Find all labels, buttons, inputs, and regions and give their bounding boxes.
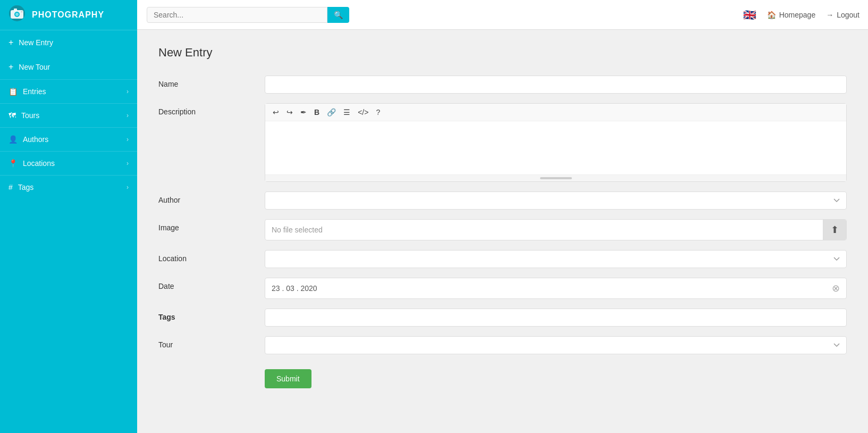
name-field-wrap bbox=[265, 76, 847, 94]
name-label: Name bbox=[158, 76, 265, 88]
code-button[interactable]: </> bbox=[356, 107, 370, 118]
editor-wrapper: ↩ ↪ ✒ B 🔗 ☰ </> ? bbox=[265, 103, 847, 182]
sidebar-item-label-tags: Tags bbox=[18, 183, 34, 191]
author-row: Author bbox=[158, 191, 847, 210]
tags-row: Tags bbox=[158, 309, 847, 327]
undo-button[interactable]: ↩ bbox=[271, 107, 281, 118]
author-label: Author bbox=[158, 191, 265, 204]
sidebar-item-label-authors: Authors bbox=[23, 135, 48, 144]
chevron-right-icon-entries: › bbox=[127, 88, 129, 95]
image-upload-button[interactable]: ⬆ bbox=[823, 220, 846, 240]
sidebar-item-tags[interactable]: # Tags › bbox=[0, 175, 137, 199]
name-input[interactable] bbox=[265, 76, 847, 94]
search-area: 🔍 bbox=[147, 7, 743, 23]
editor-resize-handle bbox=[265, 174, 846, 181]
date-input-wrap: ⊗ bbox=[265, 278, 847, 299]
chevron-right-icon-authors: › bbox=[127, 136, 129, 143]
new-entry-link[interactable]: + New Entry bbox=[0, 30, 137, 55]
new-entry-label: New Entry bbox=[19, 38, 53, 47]
author-select[interactable] bbox=[265, 191, 847, 210]
tags-icon: # bbox=[9, 183, 13, 191]
main-content: New Entry Name Description ↩ ↪ ✒ B 🔗 ☰ <… bbox=[137, 30, 868, 433]
description-row: Description ↩ ↪ ✒ B 🔗 ☰ </> ? bbox=[158, 103, 847, 182]
bold-button[interactable]: B bbox=[312, 107, 322, 118]
location-field-wrap bbox=[265, 250, 847, 268]
chevron-right-icon-tours: › bbox=[127, 112, 129, 119]
sidebar-brand: PHOTOGRAPHY bbox=[0, 0, 137, 30]
date-row: Date ⊗ bbox=[158, 278, 847, 299]
tour-select[interactable] bbox=[265, 336, 847, 354]
location-select[interactable] bbox=[265, 250, 847, 268]
sidebar-item-label-entries: Entries bbox=[23, 87, 46, 96]
sidebar-item-label-locations: Locations bbox=[23, 159, 55, 168]
date-field-wrap: ⊗ bbox=[265, 278, 847, 299]
flag-icon: 🇬🇧 bbox=[743, 9, 756, 21]
plus-icon-tour: + bbox=[9, 62, 13, 72]
sidebar-item-tours[interactable]: 🗺 Tours › bbox=[0, 103, 137, 127]
sidebar-item-locations[interactable]: 📍 Locations › bbox=[0, 151, 137, 175]
list-button[interactable]: ☰ bbox=[341, 107, 352, 118]
tags-label: Tags bbox=[158, 309, 265, 321]
svg-point-5 bbox=[21, 11, 23, 12]
image-upload-row: No file selected ⬆ bbox=[265, 219, 847, 240]
image-label: Image bbox=[158, 219, 265, 232]
home-icon: 🏠 bbox=[767, 11, 776, 19]
tags-field-wrap bbox=[265, 309, 847, 327]
image-field-wrap: No file selected ⬆ bbox=[265, 219, 847, 240]
submit-button[interactable]: Submit bbox=[265, 369, 311, 388]
chevron-right-icon-locations: › bbox=[127, 160, 129, 167]
location-label: Location bbox=[158, 250, 265, 263]
homepage-link[interactable]: 🏠 Homepage bbox=[767, 11, 816, 19]
tags-input[interactable] bbox=[265, 309, 847, 327]
locations-icon: 📍 bbox=[9, 159, 18, 168]
brand-name: PHOTOGRAPHY bbox=[32, 10, 104, 20]
location-row: Location bbox=[158, 250, 847, 268]
sidebar-item-authors[interactable]: 👤 Authors › bbox=[0, 127, 137, 151]
date-label: Date bbox=[158, 278, 265, 290]
logout-link[interactable]: → Logout bbox=[826, 11, 859, 19]
plus-icon-entry: + bbox=[9, 38, 13, 47]
image-placeholder: No file selected bbox=[265, 221, 823, 238]
eraser-button[interactable]: ✒ bbox=[298, 107, 309, 118]
homepage-label: Homepage bbox=[779, 11, 816, 19]
sidebar-item-label-tours: Tours bbox=[21, 111, 39, 120]
redo-button[interactable]: ↪ bbox=[284, 107, 295, 118]
svg-rect-4 bbox=[14, 9, 17, 11]
description-label: Description bbox=[158, 103, 265, 116]
sidebar-item-entries[interactable]: 📋 Entries › bbox=[0, 79, 137, 103]
date-input[interactable] bbox=[272, 284, 832, 293]
submit-label-spacer bbox=[158, 364, 265, 368]
help-button[interactable]: ? bbox=[374, 107, 382, 118]
search-button[interactable]: 🔍 bbox=[327, 7, 349, 23]
tour-row: Tour bbox=[158, 336, 847, 354]
tour-field-wrap bbox=[265, 336, 847, 354]
search-input[interactable] bbox=[147, 7, 327, 23]
page-title: New Entry bbox=[158, 46, 847, 60]
tours-icon: 🗺 bbox=[9, 111, 16, 120]
description-editor[interactable] bbox=[265, 121, 846, 174]
new-tour-label: New Tour bbox=[19, 63, 50, 71]
svg-point-3 bbox=[15, 13, 19, 16]
submit-row: Submit bbox=[158, 364, 847, 388]
editor-toolbar: ↩ ↪ ✒ B 🔗 ☰ </> ? bbox=[265, 104, 846, 121]
resize-bar bbox=[540, 177, 572, 179]
submit-wrap: Submit bbox=[265, 364, 847, 388]
authors-icon: 👤 bbox=[9, 135, 18, 144]
chevron-right-icon-tags: › bbox=[127, 184, 129, 191]
new-tour-link[interactable]: + New Tour bbox=[0, 55, 137, 79]
logout-label: Logout bbox=[837, 11, 859, 19]
camera-icon bbox=[9, 5, 26, 26]
navbar-right: 🇬🇧 🏠 Homepage → Logout bbox=[743, 9, 859, 21]
entries-icon: 📋 bbox=[9, 87, 18, 96]
link-button[interactable]: 🔗 bbox=[325, 107, 338, 118]
logout-icon: → bbox=[826, 11, 833, 19]
author-field-wrap bbox=[265, 191, 847, 210]
sidebar: PHOTOGRAPHY + New Entry + New Tour 📋 Ent… bbox=[0, 0, 137, 433]
image-row: Image No file selected ⬆ bbox=[158, 219, 847, 240]
name-row: Name bbox=[158, 76, 847, 94]
description-field-wrap: ↩ ↪ ✒ B 🔗 ☰ </> ? bbox=[265, 103, 847, 182]
date-clear-button[interactable]: ⊗ bbox=[832, 282, 840, 294]
tour-label: Tour bbox=[158, 336, 265, 349]
